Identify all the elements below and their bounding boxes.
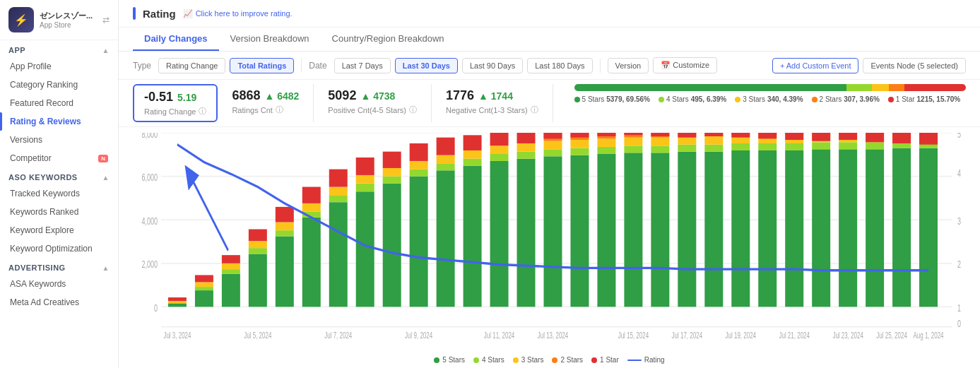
stars-distribution: 5 Stars 5379, 69.56% 4 Stars 495, 6.39% … — [567, 84, 966, 122]
svg-rect-62 — [464, 166, 482, 307]
app-section-arrow[interactable]: ▲ — [102, 47, 110, 54]
negative-cnt-label: Negative Cnt(1-3 Stars) ⓘ — [446, 105, 538, 115]
svg-rect-72 — [517, 143, 536, 152]
ratings-cnt-info-icon[interactable]: ⓘ — [276, 105, 283, 115]
svg-rect-89 — [624, 153, 642, 307]
svg-rect-61 — [437, 138, 455, 155]
legend-rating-line — [627, 360, 642, 361]
legend-2stars: 2 Stars — [552, 356, 583, 364]
rating-change-sub: 5.19 — [177, 92, 196, 103]
calendar-icon: 📅 — [661, 61, 671, 69]
svg-rect-108 — [704, 133, 723, 136]
sidebar-item-keyword-optimization[interactable]: Keyword Optimization — [0, 239, 118, 258]
star-3-dot — [735, 97, 740, 102]
svg-rect-125 — [812, 142, 830, 149]
sidebar-item-keyword-explore[interactable]: Keyword Explore — [0, 221, 118, 239]
sidebar-item-versions[interactable]: Versions — [0, 131, 118, 149]
svg-rect-99 — [678, 152, 696, 307]
svg-text:6,000: 6,000 — [141, 172, 158, 184]
svg-rect-63 — [464, 159, 482, 166]
svg-rect-101 — [678, 136, 696, 145]
svg-text:Jul 9, 2024: Jul 9, 2024 — [405, 330, 432, 340]
svg-text:4,000: 4,000 — [141, 215, 158, 227]
legend-4stars-dot — [473, 357, 479, 363]
star-5-dot — [574, 97, 580, 102]
ratings-cnt-change: ▲ 6482 — [264, 90, 299, 102]
customize-btn[interactable]: 📅 Customize — [653, 57, 717, 73]
svg-rect-109 — [731, 150, 750, 307]
sidebar-item-category-ranking[interactable]: Category Ranking — [0, 76, 118, 94]
ratings-cnt-value: 6868 ▲ 6482 — [232, 88, 299, 103]
sidebar-app-name: ゼンレスゾー... — [40, 11, 97, 21]
aso-section-arrow[interactable]: ▲ — [102, 174, 110, 182]
sidebar-item-featured-record[interactable]: Featured Record — [0, 94, 118, 112]
svg-rect-45 — [329, 170, 348, 187]
svg-text:Jul 11, 2024: Jul 11, 2024 — [484, 330, 515, 340]
star-4-label: 4 Stars 495, 6.39% — [659, 95, 726, 103]
legend-rating: Rating — [627, 356, 665, 364]
svg-rect-119 — [785, 150, 803, 307]
sidebar-item-competitor[interactable]: Competitor N — [0, 149, 118, 167]
last7-btn[interactable]: Last 7 Days — [334, 58, 391, 73]
sidebar-item-app-profile[interactable]: App Profile — [0, 57, 118, 76]
svg-rect-66 — [490, 161, 509, 307]
stars-labels: 5 Stars 5379, 69.56% 4 Stars 495, 6.39% … — [574, 95, 966, 103]
negative-cnt-info-icon[interactable]: ⓘ — [531, 105, 538, 115]
legend-2stars-dot — [552, 357, 557, 363]
svg-text:0: 0 — [154, 302, 158, 314]
svg-text:5: 5 — [957, 133, 961, 140]
total-ratings-btn[interactable]: Total Ratings — [230, 58, 294, 73]
svg-rect-144 — [919, 148, 938, 307]
legend-5stars-dot — [434, 357, 439, 363]
svg-rect-20 — [168, 301, 187, 303]
sidebar-item-keywords-ranked[interactable]: Keywords Ranked — [0, 203, 118, 221]
last180-btn[interactable]: Last 180 Days — [527, 58, 592, 73]
svg-rect-95 — [651, 146, 669, 153]
positive-cnt-info-icon[interactable]: ⓘ — [409, 105, 417, 115]
svg-rect-96 — [651, 138, 669, 146]
svg-rect-91 — [624, 138, 642, 146]
events-node-btn[interactable]: Events Node (5 selected) — [863, 58, 966, 73]
svg-text:Jul 7, 2024: Jul 7, 2024 — [324, 330, 352, 340]
add-event-btn[interactable]: + Add Custom Event — [772, 58, 859, 73]
positive-cnt-value: 5092 ▲ 4738 — [328, 88, 417, 103]
rating-change-btn[interactable]: Rating Change — [158, 58, 225, 73]
last90-btn[interactable]: Last 90 Days — [462, 58, 523, 73]
last30-btn[interactable]: Last 30 Days — [395, 58, 458, 73]
svg-rect-68 — [490, 146, 509, 154]
sidebar-item-rating-reviews[interactable]: Rating & Reviews — [0, 112, 118, 131]
svg-rect-103 — [678, 133, 696, 138]
svg-rect-32 — [249, 241, 267, 248]
svg-text:0: 0 — [957, 317, 961, 329]
positive-cnt-change: ▲ 4738 — [360, 90, 395, 102]
stars-bar-4 — [846, 84, 871, 91]
improve-rating-link[interactable]: 📈 Click here to improve rating. — [183, 9, 293, 18]
sidebar-item-meta-ad-creatives[interactable]: Meta Ad Creatives — [0, 293, 118, 311]
tabs-row: Daily Changes Version Breakdown Country/… — [119, 28, 980, 52]
svg-rect-88 — [597, 133, 615, 136]
svg-rect-36 — [276, 222, 294, 231]
svg-rect-47 — [356, 184, 374, 192]
tab-daily-changes[interactable]: Daily Changes — [133, 28, 219, 51]
sidebar-item-asa-keywords[interactable]: ASA Keywords — [0, 275, 118, 293]
advertising-section-arrow[interactable]: ▲ — [102, 264, 110, 272]
advertising-section-header: Advertising ▲ — [0, 258, 118, 275]
svg-rect-44 — [329, 187, 348, 196]
sidebar-item-tracked-keywords[interactable]: Tracked Keywords — [0, 184, 118, 203]
stars-bar-5 — [574, 84, 847, 91]
version-btn[interactable]: Version — [608, 58, 649, 73]
topbar: Rating 📈 Click here to improve rating. — [119, 0, 980, 28]
rating-change-info-icon[interactable]: ⓘ — [199, 106, 206, 117]
stat-positive-cnt: 5092 ▲ 4738 Positive Cnt(4-5 Stars) ⓘ — [328, 84, 432, 122]
app-section-header: APP ▲ — [0, 40, 118, 57]
tab-country-region[interactable]: Country/Region Breakdown — [321, 28, 456, 51]
sidebar-toggle-icon[interactable]: ⇄ — [102, 15, 110, 25]
svg-rect-73 — [517, 133, 536, 143]
svg-rect-49 — [356, 158, 374, 175]
tab-version-breakdown[interactable]: Version Breakdown — [219, 28, 321, 51]
svg-rect-130 — [839, 142, 857, 149]
svg-rect-114 — [758, 150, 777, 307]
svg-text:1: 1 — [957, 302, 961, 314]
chart-area: 8,000 6,000 4,000 2,000 0 5 4 3 2 1 0 — [119, 127, 980, 353]
chart-icon: 📈 — [183, 9, 193, 18]
